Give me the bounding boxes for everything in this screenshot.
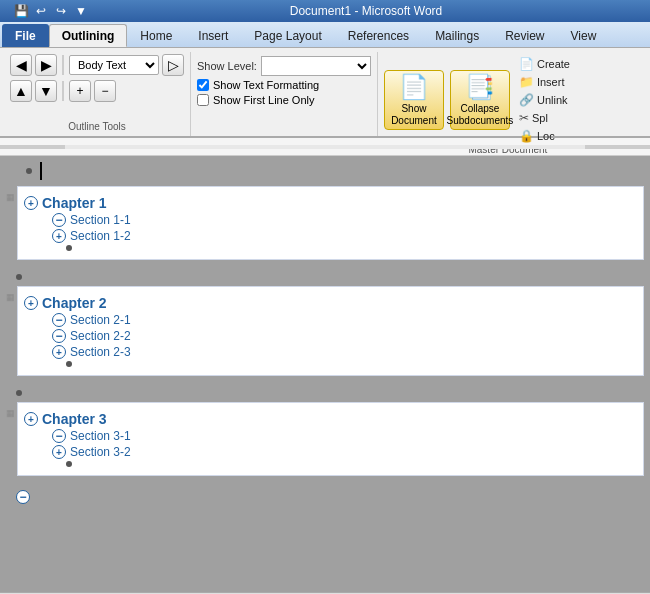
bottom-minus-row: − — [6, 490, 644, 504]
promote-btn[interactable]: ◀ — [10, 54, 32, 76]
outline-tools-section: ◀ ▶ Body Text ▷ ▲ ▼ + − Outline Tools — [4, 52, 191, 136]
chapter2-doc-icon: ▦ — [6, 292, 15, 302]
tab-mailings[interactable]: Mailings — [422, 24, 492, 47]
show-text-formatting-checkbox[interactable] — [197, 79, 209, 91]
chapter2-wrapper: ▦ + Chapter 2 − Section 2-1 − Section 2-… — [6, 286, 644, 384]
create-button[interactable]: 📄 Create — [516, 56, 573, 72]
quick-access-toolbar[interactable]: 💾 ↩ ↪ ▼ — [12, 2, 90, 20]
unlink-button[interactable]: 🔗 Unlink — [516, 92, 573, 108]
demote-to-text-btn[interactable]: ▷ — [162, 54, 184, 76]
chapter3-section1-label: Section 3-1 — [70, 429, 131, 443]
chapter2-section1-label: Section 2-1 — [70, 313, 131, 327]
move-down-btn[interactable]: ▼ — [35, 80, 57, 102]
show-first-line-checkbox[interactable] — [197, 94, 209, 106]
tab-review[interactable]: Review — [492, 24, 557, 47]
outline-tools-label: Outline Tools — [10, 121, 184, 134]
master-doc-section: 📄 ShowDocument 📑 CollapseSubdocuments 📄 … — [378, 52, 638, 136]
insert-button[interactable]: 📁 Insert — [516, 74, 573, 90]
tab-home[interactable]: Home — [127, 24, 185, 47]
chapter1-section2-btn[interactable]: + — [52, 229, 66, 243]
demote-btn[interactable]: ▶ — [35, 54, 57, 76]
cursor — [40, 162, 42, 180]
show-level-section: Show Level: Show Text Formatting Show Fi… — [191, 52, 378, 136]
collapse-btn[interactable]: − — [94, 80, 116, 102]
cursor-dot — [26, 168, 32, 174]
show-level-label: Show Level: — [197, 60, 257, 72]
lock-icon: 🔒 — [519, 129, 534, 143]
outline-nav-row: ◀ ▶ Body Text ▷ — [10, 54, 184, 76]
tab-insert[interactable]: Insert — [185, 24, 241, 47]
title-bar: 💾 ↩ ↪ ▼ Document1 - Microsoft Word — [0, 0, 650, 22]
show-document-button[interactable]: 📄 ShowDocument — [384, 70, 444, 130]
chapter1-sub-dot — [66, 245, 72, 251]
body-text-select[interactable]: Body Text — [69, 55, 159, 75]
redo-btn[interactable]: ↪ — [52, 2, 70, 20]
split-label: Spl — [532, 112, 548, 124]
chapter2-section3-btn[interactable]: + — [52, 345, 66, 359]
chapter3-section2-btn[interactable]: + — [52, 445, 66, 459]
chapter3-section2-row: + Section 3-2 — [52, 445, 633, 459]
undo-btn[interactable]: ↩ — [32, 2, 50, 20]
chapter2-title-row: + Chapter 2 — [24, 295, 633, 311]
chapter1-title-row: + Chapter 1 — [24, 195, 633, 211]
tab-page-layout[interactable]: Page Layout — [241, 24, 334, 47]
insert-icon: 📁 — [519, 75, 534, 89]
small-master-doc-buttons: 📄 Create 📁 Insert 🔗 Unlink ✂ Spl 🔒 — [516, 56, 573, 144]
chapter1-section1-row: − Section 1-1 — [52, 213, 633, 227]
insert-label: Insert — [537, 76, 565, 88]
show-text-formatting-row: Show Text Formatting — [197, 79, 371, 91]
chapter3-title: Chapter 3 — [42, 411, 107, 427]
tab-outlining[interactable]: Outlining — [49, 24, 128, 47]
chapter2-section1-btn[interactable]: − — [52, 313, 66, 327]
chapter2-section2-btn[interactable]: − — [52, 329, 66, 343]
chapter1-section2-row: + Section 1-2 — [52, 229, 633, 243]
create-label: Create — [537, 58, 570, 70]
chapter3-title-row: + Chapter 3 — [24, 411, 633, 427]
chapter2-section2-label: Section 2-2 — [70, 329, 131, 343]
chapter1-wrapper: ▦ + Chapter 1 − Section 1-1 + Section 1-… — [6, 186, 644, 268]
chapter1-section2-label: Section 1-2 — [70, 229, 131, 243]
save-btn[interactable]: 💾 — [12, 2, 30, 20]
create-icon: 📄 — [519, 57, 534, 71]
split-button[interactable]: ✂ Spl — [516, 110, 573, 126]
chapter1-subdot — [66, 245, 633, 251]
customize-btn[interactable]: ▼ — [72, 2, 90, 20]
chapter2-subdot — [66, 361, 633, 367]
tab-file[interactable]: File — [2, 24, 49, 47]
between-ch2-ch3 — [6, 390, 644, 396]
chapter3-block: + Chapter 3 − Section 3-1 + Section 3-2 — [17, 402, 644, 476]
chapter3-wrapper: ▦ + Chapter 3 − Section 3-1 + Section 3-… — [6, 402, 644, 484]
move-row: ▲ ▼ + − — [10, 80, 116, 102]
collapse-subdocuments-button[interactable]: 📑 CollapseSubdocuments — [450, 70, 510, 130]
show-level-dropdown[interactable] — [261, 56, 371, 76]
chapter2-block: + Chapter 2 − Section 2-1 − Section 2-2 … — [17, 286, 644, 376]
chapter2-expand-btn[interactable]: + — [24, 296, 38, 310]
collapse-subdocuments-icon: 📑 — [465, 73, 495, 102]
chapter3-sub-dot — [66, 461, 72, 467]
move-up-btn[interactable]: ▲ — [10, 80, 32, 102]
chapter1-section1-btn[interactable]: − — [52, 213, 66, 227]
between-ch1-ch2 — [6, 274, 644, 280]
bottom-minus-btn[interactable]: − — [16, 490, 30, 504]
chapter3-expand-btn[interactable]: + — [24, 412, 38, 426]
chapter3-section1-btn[interactable]: − — [52, 429, 66, 443]
chapter2-sub-dot — [66, 361, 72, 367]
show-text-formatting-label: Show Text Formatting — [213, 79, 319, 91]
cursor-line — [6, 162, 644, 180]
lock-button[interactable]: 🔒 Loc — [516, 128, 573, 144]
between-dot1 — [16, 274, 22, 280]
document-area[interactable]: ▦ + Chapter 1 − Section 1-1 + Section 1-… — [0, 156, 650, 592]
chapter2-section1-row: − Section 2-1 — [52, 313, 633, 327]
chapter2-section2-row: − Section 2-2 — [52, 329, 633, 343]
chapter2-section3-label: Section 2-3 — [70, 345, 131, 359]
unlink-icon: 🔗 — [519, 93, 534, 107]
tab-view[interactable]: View — [558, 24, 610, 47]
expand-btn[interactable]: + — [69, 80, 91, 102]
chapter3-section1-row: − Section 3-1 — [52, 429, 633, 443]
show-document-icon: 📄 — [399, 73, 429, 102]
chapter1-title: Chapter 1 — [42, 195, 107, 211]
collapse-subdocuments-label: CollapseSubdocuments — [447, 103, 514, 127]
chapter1-expand-btn[interactable]: + — [24, 196, 38, 210]
tab-references[interactable]: References — [335, 24, 422, 47]
master-doc-buttons: 📄 ShowDocument 📑 CollapseSubdocuments 📄 … — [384, 56, 632, 144]
